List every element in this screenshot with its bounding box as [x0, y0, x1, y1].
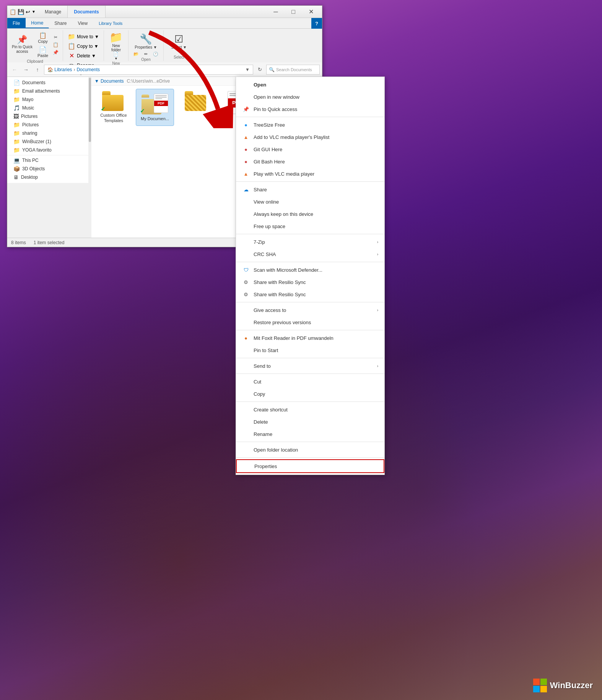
sidebar-item-music[interactable]: 🎵 Music [7, 104, 91, 112]
address-path[interactable]: 🏠 Libraries › Documents ▼ [44, 65, 253, 75]
copy-button[interactable]: 📋 Copy [36, 31, 50, 44]
copy-path-button[interactable]: 📋 [51, 41, 60, 48]
ctx-open[interactable]: Open [236, 78, 384, 91]
ctx-share[interactable]: ☁ Share [236, 183, 384, 196]
qat-properties-icon[interactable]: 📋 [10, 9, 16, 15]
address-bar: ← → ↑ 🏠 Libraries › Documents ▼ ↻ 🔍 Sear… [7, 62, 322, 77]
sidebar-scrollbar[interactable] [88, 77, 91, 238]
refresh-button[interactable]: ↻ [255, 65, 265, 75]
ctx-git-gui[interactable]: ● Git GUI Here [236, 143, 384, 155]
ctx-view-online[interactable]: View online [236, 196, 384, 208]
header-path: C:\Users\win...eDrive [127, 78, 170, 84]
ctx-open-folder-location[interactable]: Open folder location [236, 444, 384, 456]
move-to-button[interactable]: 📁 Move to ▼ [66, 32, 101, 41]
winbuzzer-icon [533, 679, 547, 692]
title-bar: 📋 💾 ↩ ▼ Manage Documents ─ □ ✕ [7, 6, 322, 18]
cut-button[interactable]: ✂ [51, 34, 60, 41]
paste-button[interactable]: 📄 Paste [36, 45, 50, 59]
ctx-resilio2[interactable]: ⚙ Share with Resilio Sync [236, 288, 384, 300]
qat-dropdown-icon[interactable]: ▼ [32, 10, 36, 14]
ctx-create-shortcut[interactable]: Create shortcut [236, 403, 384, 416]
select-all-button[interactable]: ☑ Select ▼ [168, 32, 190, 51]
sidebar-item-this-pc[interactable]: 💻 This PC [7, 156, 91, 165]
history-button[interactable]: 🕐 [151, 51, 160, 57]
new-item-button[interactable]: 📄 ▼ [111, 51, 120, 61]
winbuzzer-folder-icon: 📁 [13, 139, 20, 145]
ctx-give-access-label: Give access to [254, 307, 286, 313]
tab-file[interactable]: File [7, 18, 26, 28]
title-documents-tab[interactable]: Documents [68, 6, 105, 18]
ctx-defender[interactable]: 🛡 Scan with Microsoft Defender... [236, 264, 384, 276]
maximize-button[interactable]: □ [285, 6, 302, 18]
delete-button[interactable]: ✕ Delete ▼ [66, 51, 101, 60]
ctx-resilio1[interactable]: ⚙ Share with Resilio Sync [236, 276, 384, 288]
sidebar-item-email[interactable]: 📁 Email attachments [7, 87, 91, 95]
sidebar-item-winbuzzer[interactable]: 📁 WinBuzzer (1) [7, 137, 91, 146]
sidebar-item-documents[interactable]: 📄 Documents [7, 78, 91, 87]
ctx-delete[interactable]: Delete [236, 416, 384, 428]
tab-home[interactable]: Home [26, 18, 49, 28]
sidebar-item-mayo[interactable]: 📁 Mayo [7, 95, 91, 104]
help-button[interactable]: ? [311, 18, 322, 29]
properties-button[interactable]: 🔧 Properties ▼ [132, 32, 160, 51]
qat-save-icon[interactable]: 💾 [18, 9, 24, 15]
ctx-foxit[interactable]: ● Mit Foxit Reader in PDF umwandeln [236, 332, 384, 344]
minimize-button[interactable]: ─ [267, 6, 285, 18]
ctx-rename[interactable]: Rename [236, 428, 384, 440]
back-button[interactable]: ← [10, 65, 20, 75]
ribbon-select-group: ☑ Select ▼ Select [164, 30, 194, 61]
ctx-send-to-icon [242, 362, 250, 370]
ctx-treesize[interactable]: ● TreeSize Free [236, 119, 384, 131]
file-item-custom-office[interactable]: ✓ Custom OfficeTemplates [94, 89, 133, 126]
file-item-my-documents[interactable]: PDF ✓ My Documen... [136, 89, 174, 126]
edit-button[interactable]: ✏ [142, 51, 150, 57]
sidebar-item-3d-objects[interactable]: 📦 3D Objects [7, 165, 91, 173]
pictures1-icon: 🖼 [13, 113, 19, 119]
pin-quick-access-button[interactable]: 📌 Pin to Quickaccess [10, 34, 35, 55]
ctx-open-new-window[interactable]: Open in new window [236, 91, 384, 103]
ctx-send-to[interactable]: Send to › [236, 360, 384, 372]
svg-rect-4 [540, 686, 547, 692]
ctx-give-access[interactable]: Give access to › [236, 304, 384, 316]
copy-to-button[interactable]: 📋 Copy to ▼ [66, 41, 101, 51]
up-button[interactable]: ↑ [33, 65, 42, 75]
sidebar-item-desktop[interactable]: 🖥 Desktop [7, 173, 91, 181]
manage-context-tab[interactable]: Manage [39, 6, 68, 18]
sidebar-item-sharing[interactable]: 📁 sharing [7, 129, 91, 137]
ribbon-content: 📌 Pin to Quickaccess 📋 Copy 📄 Paste [7, 29, 322, 62]
pin-label: Pin to Quickaccess [12, 45, 33, 54]
tab-view[interactable]: View [72, 18, 93, 28]
ctx-pin-start[interactable]: Pin to Start [236, 344, 384, 356]
ctx-free-space[interactable]: Free up space [236, 220, 384, 232]
address-dropdown[interactable]: ▼ [245, 67, 250, 72]
ribbon-organize-group: 📁 Move to ▼ 📋 Copy to ▼ ✕ Delete ▼ ✏ Ren… [63, 30, 104, 61]
ctx-restore-label: Restore previous versions [254, 320, 311, 325]
header-expand-arrow: ▼ [94, 78, 99, 84]
sidebar-item-pictures2[interactable]: 📁 Pictures [7, 121, 91, 129]
ctx-copy[interactable]: Copy [236, 388, 384, 400]
search-box[interactable]: 🔍 Search Documents [266, 65, 320, 75]
ctx-cut[interactable]: Cut [236, 375, 384, 388]
file-item-folder-striped[interactable] [177, 89, 215, 126]
paste-shortcut-button[interactable]: 📌 [51, 49, 60, 56]
ctx-vlc-play[interactable]: ▲ Play with VLC media player [236, 168, 384, 180]
sidebar-item-yoga[interactable]: 📁 YOGA favorito [7, 146, 91, 154]
ctx-pin-quick-access[interactable]: 📌 Pin to Quick access [236, 103, 384, 115]
sidebar-item-pictures1[interactable]: 🖼 Pictures [7, 112, 91, 121]
ctx-git-bash[interactable]: ● Git Bash Here [236, 155, 384, 168]
close-button[interactable]: ✕ [302, 6, 320, 18]
forward-button[interactable]: → [21, 65, 31, 75]
tab-library-tools[interactable]: Library Tools [93, 18, 128, 28]
ctx-crcsha[interactable]: CRC SHA › [236, 248, 384, 260]
ctx-7zip[interactable]: 7-Zip › [236, 236, 384, 248]
tab-share[interactable]: Share [49, 18, 72, 28]
ctx-properties[interactable]: Properties [236, 459, 384, 473]
ctx-always-keep[interactable]: Always keep on this device [236, 208, 384, 220]
new-folder-button[interactable]: 📁 Newfolder [107, 32, 125, 51]
sidebar-scroll-thumb[interactable] [89, 78, 91, 142]
qat-undo-icon[interactable]: ↩ [26, 9, 30, 15]
ctx-vlc-playlist[interactable]: ▲ Add to VLC media player's Playlist [236, 131, 384, 143]
open-button[interactable]: 📂 [132, 51, 141, 57]
ctx-restore-versions[interactable]: Restore previous versions [236, 316, 384, 328]
properties-icon: 🔧 [140, 33, 152, 45]
